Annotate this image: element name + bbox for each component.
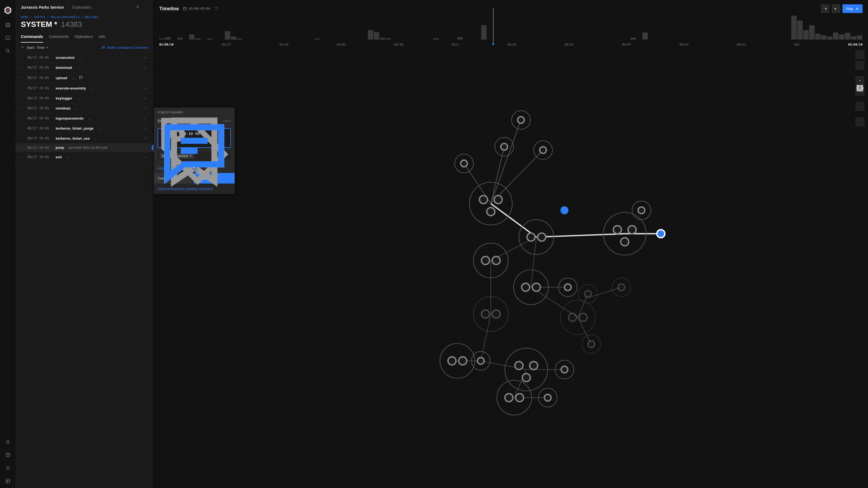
- presentation-icon[interactable]: [5, 35, 11, 41]
- tab-comments[interactable]: Comments: [49, 31, 69, 42]
- explore-icon[interactable]: [5, 22, 11, 28]
- bc-home[interactable]: HOME: [21, 15, 29, 19]
- timeline-bar[interactable]: [642, 33, 648, 40]
- more-icon[interactable]: ⋮: [144, 5, 148, 9]
- command-row[interactable]: ›08/17 19:45mimikatz…+: [16, 103, 154, 113]
- play-button[interactable]: Play: [842, 4, 863, 13]
- command-row[interactable]: ›08/17 19:45download…+: [16, 63, 154, 73]
- bc-1[interactable]: 2HTTPS: [34, 15, 45, 19]
- add-comment-icon[interactable]: +: [143, 105, 148, 111]
- chevron-right-icon[interactable]: ›: [21, 117, 24, 120]
- add-comment-icon[interactable]: +: [143, 126, 148, 131]
- timeline-bar[interactable]: [821, 35, 827, 40]
- timeline-bar[interactable]: [630, 38, 636, 40]
- svg-line-27: [491, 204, 536, 237]
- timeline-bar[interactable]: [374, 32, 379, 40]
- timeline-bar[interactable]: [815, 34, 820, 40]
- timeline-bar[interactable]: [839, 34, 844, 40]
- timeline-bar[interactable]: [457, 37, 463, 40]
- timeline-bar[interactable]: [851, 36, 856, 40]
- chevron-right-icon[interactable]: ›: [21, 106, 24, 110]
- search-icon[interactable]: [5, 48, 11, 54]
- user-icon[interactable]: [5, 438, 11, 445]
- chevron-right-icon[interactable]: ›: [21, 127, 24, 130]
- comment-icon[interactable]: [79, 75, 84, 81]
- timeline-bar[interactable]: [165, 37, 170, 40]
- chevron-right-icon[interactable]: ›: [21, 76, 24, 79]
- timeline-chart[interactable]: [159, 16, 863, 40]
- skip-forward-button[interactable]: [832, 4, 840, 13]
- add-comment-icon[interactable]: +: [143, 135, 148, 141]
- collapse-list-icon[interactable]: [21, 45, 24, 50]
- app-logo[interactable]: [3, 5, 13, 15]
- timeline-bar[interactable]: [195, 38, 200, 40]
- left-rail: [0, 0, 16, 488]
- timeline-bar[interactable]: [809, 25, 814, 40]
- chevron-right-icon[interactable]: ›: [21, 66, 24, 69]
- timeline-range[interactable]: 02/08–05/04: [183, 7, 210, 10]
- timeline-bar[interactable]: [791, 16, 797, 40]
- add-comment-icon[interactable]: +: [143, 116, 148, 121]
- chevron-right-icon[interactable]: ›: [21, 146, 24, 150]
- multi-command-comment-button[interactable]: Multi-Command Comment: [101, 45, 148, 50]
- timeline-bar[interactable]: [159, 38, 165, 40]
- timeline-marker[interactable]: [493, 8, 493, 44]
- command-row[interactable]: ›08/17 19:45jumpwinrm64 WIN-10-99 smb: [16, 143, 154, 152]
- command-row[interactable]: ›08/17 19:45upload…: [16, 73, 154, 83]
- chevron-right-icon[interactable]: ›: [21, 87, 24, 90]
- tab-info[interactable]: Info: [99, 31, 105, 42]
- timeline-bar[interactable]: [433, 38, 439, 40]
- bc-3[interactable]: BEACONS: [85, 15, 98, 19]
- settings-icon[interactable]: [5, 465, 11, 471]
- command-row[interactable]: ›08/17 19:45screenshot…+: [16, 53, 154, 63]
- timeline-bar[interactable]: [207, 38, 212, 40]
- add-to-existing-button[interactable]: Add command to existing comment: [154, 184, 235, 194]
- chevron-down-icon[interactable]: ▼: [45, 46, 48, 49]
- timeline-bar[interactable]: [803, 30, 809, 40]
- command-row[interactable]: ›08/17 19:45kerberos_ticket_use…+: [16, 133, 154, 143]
- chevron-right-icon[interactable]: ›: [21, 97, 24, 100]
- sliders-icon[interactable]: [856, 118, 864, 126]
- timeline-bar[interactable]: [827, 37, 833, 40]
- tab-operators[interactable]: Operators: [74, 31, 93, 42]
- timeline-bar[interactable]: [237, 38, 242, 40]
- bc-2[interactable]: PNL2K13APVADFS3: [51, 15, 80, 19]
- tab-commands[interactable]: Commands: [21, 31, 43, 42]
- collapse-panel-icon[interactable]: [134, 4, 141, 10]
- timeline-bar[interactable]: [368, 30, 373, 40]
- graph-node-active[interactable]: [560, 206, 568, 215]
- chevron-right-icon[interactable]: ›: [21, 137, 24, 140]
- graph-canvas[interactable]: + − <raptorsqueak> Display Name <50ch: [154, 46, 868, 488]
- timeline-bar[interactable]: [797, 21, 803, 40]
- command-row[interactable]: ›08/17 19:45kerberos_ticket_purge…+: [16, 123, 154, 133]
- timeline-bar[interactable]: [386, 38, 391, 40]
- refresh-icon[interactable]: [214, 6, 218, 11]
- add-comment-icon[interactable]: +: [143, 65, 148, 70]
- command-row[interactable]: ›08/17 19:45keylogger…+: [16, 93, 154, 103]
- timeline-bar[interactable]: [231, 37, 236, 40]
- help-icon[interactable]: [5, 452, 11, 458]
- timeline-bar[interactable]: [314, 38, 320, 40]
- timeline-bar[interactable]: [177, 38, 183, 40]
- timeline-bar[interactable]: [481, 25, 487, 40]
- timeline-bar[interactable]: [845, 33, 850, 40]
- command-row[interactable]: ›08/17 19:45exit…+: [16, 152, 154, 162]
- command-row[interactable]: ›08/17 19:45logonpasswords…+: [16, 113, 154, 123]
- chevron-right-icon[interactable]: ›: [21, 155, 24, 159]
- add-comment-icon[interactable]: +: [143, 95, 148, 101]
- add-comment-icon[interactable]: +: [143, 55, 148, 60]
- add-comment-icon[interactable]: +: [143, 154, 148, 160]
- graph-node-target[interactable]: [657, 230, 665, 238]
- timeline-bar[interactable]: [380, 38, 385, 40]
- active-comment-bubble-icon[interactable]: [152, 144, 154, 152]
- timeline-bar[interactable]: [833, 33, 838, 40]
- skip-back-button[interactable]: [821, 4, 830, 13]
- timeline-bar[interactable]: [189, 34, 194, 40]
- layout-icon[interactable]: [5, 478, 11, 484]
- timeline-bar[interactable]: [857, 35, 862, 40]
- sort-value[interactable]: Time: [37, 45, 44, 50]
- add-comment-icon[interactable]: +: [143, 86, 148, 91]
- command-row[interactable]: ›08/17 19:45execute-assembly…+: [16, 83, 154, 93]
- chevron-right-icon[interactable]: ›: [21, 56, 24, 59]
- timeline-bar[interactable]: [225, 31, 230, 40]
